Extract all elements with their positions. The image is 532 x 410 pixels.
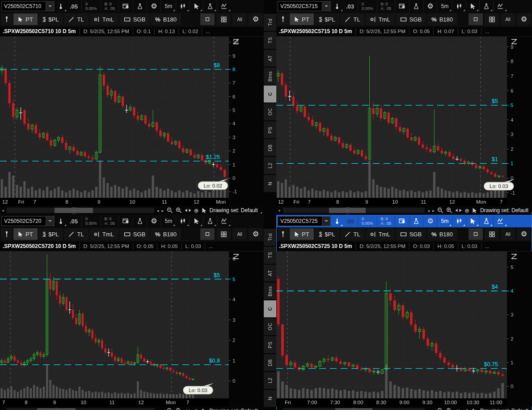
analyze-button[interactable] [409, 0, 423, 12]
tml-tool-button[interactable]: TmL [366, 228, 395, 240]
side-tab-l2[interactable]: L2 [264, 372, 276, 389]
timeframe-dropdown[interactable]: 5m [160, 215, 176, 227]
maximize-pane-button[interactable] [469, 13, 483, 25]
title-more[interactable]: ... [481, 243, 493, 250]
side-tab-n[interactable]: N [264, 175, 276, 192]
analyze-button[interactable] [133, 0, 147, 12]
side-tab-ts[interactable]: TS [264, 32, 276, 49]
link-all-button[interactable]: All [501, 228, 515, 240]
calendar-events-button[interactable] [395, 0, 409, 12]
cursor-arrow-icon[interactable] [202, 408, 207, 410]
pin-button[interactable] [1, 13, 13, 25]
side-tab-db[interactable]: DB [264, 139, 276, 156]
title-more[interactable]: ... [202, 28, 214, 35]
side-tab-ps[interactable]: PS [264, 336, 276, 353]
title-more[interactable]: ... [205, 243, 217, 250]
symbol-input[interactable]: V250502C5725 [278, 216, 322, 226]
drawing-tools-dropdown[interactable] [493, 0, 507, 12]
side-tab-oc[interactable]: OC [264, 103, 276, 120]
step-right-button[interactable]: ▸ [432, 208, 435, 213]
pane-settings-button[interactable]: ⚙ [517, 228, 531, 240]
trendline-tool-button[interactable]: TL [340, 13, 364, 25]
symbol-input[interactable]: V250502C5710 [1, 1, 46, 11]
trendline-tool-button[interactable]: TL [340, 228, 364, 240]
symbol-dropdown-button[interactable] [322, 216, 330, 226]
drawing-set-dropdown[interactable]: Drawing set: Default [210, 408, 260, 410]
pt-tool-button[interactable]: PT [13, 228, 38, 240]
strategies-dropdown[interactable] [479, 0, 493, 12]
spl-tool-button[interactable]: $ $PL [315, 228, 340, 240]
spl-tool-button[interactable]: $ $PL [315, 13, 340, 25]
side-tab-oc[interactable]: OC [264, 318, 276, 335]
side-tab-c[interactable]: C [264, 85, 276, 102]
crosshair-icon[interactable]: ⊕ [464, 208, 469, 214]
tml-tool-button[interactable]: TmL [366, 13, 395, 25]
sgb-tool-button[interactable]: SGB [119, 228, 150, 240]
chart-canvas[interactable]: $8$1.25109876543210-112Fri789101112MonLo… [0, 37, 264, 206]
step-left-button[interactable]: ◂ [157, 208, 159, 213]
pin-button[interactable] [277, 13, 289, 25]
grid-layout-button[interactable] [216, 13, 231, 25]
spl-tool-button[interactable]: $ $PL [38, 228, 63, 240]
step-left-button[interactable]: ◂ [427, 208, 430, 213]
expand-horizontal-icon[interactable] [185, 408, 191, 410]
side-tab-at[interactable]: AT [264, 50, 276, 67]
pane-settings-button[interactable]: ⚙ [517, 13, 531, 25]
sgb-tool-button[interactable]: SGB [396, 228, 426, 240]
grid-layout-button[interactable] [216, 228, 231, 240]
strategies-dropdown[interactable] [479, 215, 493, 227]
zoom-out-icon[interactable] [437, 207, 443, 214]
expand-horizontal-icon[interactable] [455, 208, 462, 213]
calendar-events-button[interactable] [118, 0, 133, 12]
marker-tool-button[interactable] [54, 0, 67, 12]
side-tab-c[interactable]: C [264, 300, 276, 317]
cursor-arrow-icon[interactable] [472, 408, 477, 410]
chart-scrollbar[interactable] [283, 408, 425, 410]
cursor-arrow-icon[interactable] [202, 208, 207, 214]
scroll-left-arrow[interactable]: ◂ [2, 208, 4, 213]
spl-tool-button[interactable]: $ $PL [38, 13, 63, 25]
trendline-tool-button[interactable]: TL [64, 13, 88, 25]
side-tab-at[interactable]: AT [264, 265, 276, 282]
tml-tool-button[interactable]: TmL [89, 228, 118, 240]
b180-tool-button[interactable]: % B180 [151, 228, 181, 240]
cursor-tool-dropdown[interactable] [190, 215, 203, 227]
step-right-button[interactable]: ▸ [162, 208, 164, 213]
link-all-button[interactable]: All [501, 13, 515, 25]
maximize-pane-button[interactable] [469, 228, 483, 240]
pane-settings-button[interactable]: ⚙ [249, 13, 263, 25]
cursor-tool-dropdown[interactable] [466, 215, 479, 227]
chart-settings-button[interactable]: ⚙ [147, 0, 160, 12]
timeframe-dropdown[interactable]: 5m [160, 0, 176, 12]
sgb-tool-button[interactable]: SGB [396, 13, 426, 25]
expand-horizontal-icon[interactable] [455, 408, 462, 410]
grid-layout-button[interactable] [485, 13, 499, 25]
strategies-dropdown[interactable] [203, 0, 217, 12]
link-all-button[interactable]: All [232, 13, 247, 25]
side-tab-btns[interactable]: Btns [264, 68, 276, 85]
side-tab-trd[interactable]: Trd [264, 229, 276, 246]
cursor-arrow-icon[interactable] [472, 208, 477, 214]
trendline-tool-button[interactable]: TL [64, 228, 88, 240]
step-left-button[interactable]: ◂ [157, 409, 159, 410]
side-tab-btns[interactable]: Btns [264, 282, 276, 299]
drawing-tools-dropdown[interactable] [493, 215, 507, 227]
analyze-button[interactable] [409, 215, 423, 227]
title-more[interactable]: ... [481, 28, 493, 35]
symbol-dropdown-button[interactable] [46, 216, 54, 226]
chart-scrollbar[interactable] [283, 208, 425, 213]
symbol-dropdown-button[interactable] [46, 1, 54, 11]
scrollbar-thumb[interactable] [55, 208, 93, 213]
pin-button[interactable] [1, 228, 13, 240]
pt-tool-button[interactable]: PT [290, 13, 314, 25]
timeframe-dropdown[interactable]: 5m [437, 0, 452, 12]
calendar-events-button[interactable] [395, 215, 409, 227]
scrollbar-thumb[interactable] [329, 208, 366, 213]
step-right-button[interactable]: ▸ [162, 409, 164, 410]
zoom-in-icon[interactable] [446, 408, 452, 410]
crosshair-icon[interactable]: ⊕ [194, 208, 199, 214]
sgb-tool-button[interactable]: SGB [119, 13, 150, 25]
chart-scrollbar[interactable] [7, 408, 154, 410]
zoom-in-icon[interactable] [176, 408, 182, 410]
pt-tool-button[interactable]: PT [13, 13, 38, 25]
